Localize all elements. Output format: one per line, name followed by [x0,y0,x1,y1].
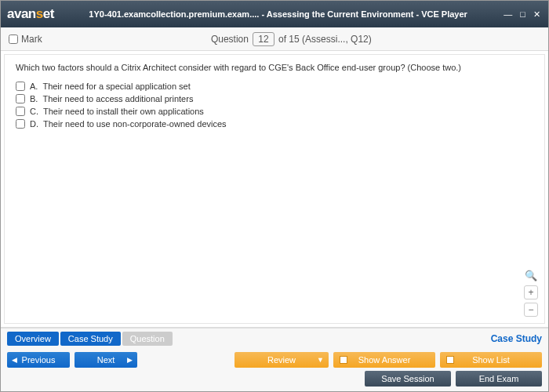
maximize-icon[interactable]: □ [518,9,527,20]
logo-accent: s [36,6,43,21]
option-c[interactable]: C. Their need to install their own appli… [16,105,533,118]
case-study-label: Case Study [491,333,542,344]
show-answer-button[interactable]: Show Answer [333,352,435,368]
save-session-button[interactable]: Save Session [365,371,451,387]
chevron-left-icon: ◀ [12,356,17,364]
btn-label: Previous [22,355,56,365]
tab-case-study[interactable]: Case Study [60,332,121,346]
option-letter: D. [30,119,38,129]
question-number: 12 [253,32,274,46]
app-window: avanset 1Y0-401.examcollection.premium.e… [0,0,549,392]
btn-label: Show Answer [358,355,411,365]
chevron-down-icon: ▼ [317,356,324,364]
btn-label: Show List [472,355,510,365]
window-controls: — □ ✕ [502,9,542,20]
chevron-right-icon: ▶ [127,356,133,364]
mark-label: Mark [21,34,42,45]
footer: Overview Case Study Question Case Study … [1,327,548,391]
option-d[interactable]: D. Their need to use non-corporate-owned… [16,118,533,130]
option-b-checkbox[interactable] [16,94,25,103]
question-total: of 15 (Assessi..., Q12) [278,34,372,45]
option-text: Their need to access additional printers [42,94,193,103]
tabs-row: Overview Case Study Question Case Study [1,328,548,349]
logo-text-end: et [43,6,54,21]
zoom-controls: 🔍 + − [524,268,538,317]
option-d-checkbox[interactable] [16,119,25,129]
checkbox-icon [446,356,454,364]
logo-text: avan [7,6,36,21]
option-letter: A. [30,82,38,91]
nav-buttons-row: ◀ Previous Next ▶ Review ▼ Show Answer S… [1,349,548,369]
window-title: 1Y0-401.examcollection.premium.exam.... … [54,9,503,19]
question-word: Question [211,34,249,45]
mark-checkbox-area[interactable]: Mark [9,34,42,45]
minimize-icon[interactable]: — [502,9,514,20]
close-icon[interactable]: ✕ [532,9,542,20]
option-c-checkbox[interactable] [16,107,25,116]
previous-button[interactable]: ◀ Previous [7,352,70,368]
zoom-out-button[interactable]: − [524,303,538,317]
options-list: A. Their need for a special application … [16,80,533,130]
option-a[interactable]: A. Their need for a special application … [16,80,533,93]
btn-label: Next [97,355,115,365]
show-list-button[interactable]: Show List [440,352,542,368]
next-button[interactable]: Next ▶ [75,352,137,368]
question-indicator: Question 12 of 15 (Assessi..., Q12) [42,32,540,46]
content-area: Which two factors should a Citrix Archit… [4,54,545,324]
option-a-checkbox[interactable] [16,82,25,91]
btn-label: Review [267,355,296,365]
option-text: Their need for a special application set [42,82,190,91]
question-text: Which two factors should a Citrix Archit… [16,63,533,72]
option-text: Their need to use non-corporate-owned de… [43,119,227,129]
logo: avanset [7,6,54,22]
option-letter: B. [30,94,38,103]
tab-overview[interactable]: Overview [7,332,59,346]
tab-question[interactable]: Question [122,332,173,346]
question-header: Mark Question 12 of 15 (Assessi..., Q12) [1,27,548,51]
review-button[interactable]: Review ▼ [235,352,329,368]
checkbox-icon [340,356,347,364]
magnifier-icon[interactable]: 🔍 [524,268,538,282]
option-text: Their need to install their own applicat… [43,107,204,116]
option-b[interactable]: B. Their need to access additional print… [16,93,533,105]
mark-checkbox[interactable] [9,34,18,44]
zoom-in-button[interactable]: + [524,285,538,299]
end-exam-button[interactable]: End Exam [456,371,542,387]
title-bar: avanset 1Y0-401.examcollection.premium.e… [1,1,548,27]
option-letter: C. [30,107,38,116]
session-buttons-row: Save Session End Exam [1,369,548,391]
